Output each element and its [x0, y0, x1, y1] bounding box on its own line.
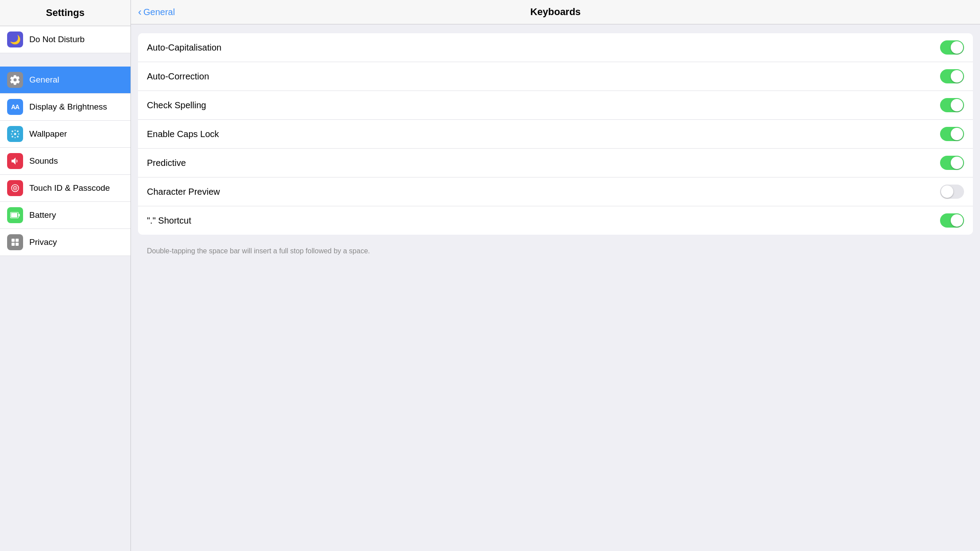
svg-point-0	[14, 133, 16, 135]
svg-rect-14	[16, 239, 19, 242]
touch-id-label: Touch ID & Passcode	[29, 183, 110, 193]
toggle-row-character-preview[interactable]: Character Preview	[138, 177, 973, 206]
back-chevron-icon: ‹	[138, 7, 142, 17]
battery-label: Battery	[29, 210, 56, 220]
settings-header: Settings	[0, 0, 130, 26]
back-button[interactable]: ‹ General	[138, 7, 175, 17]
back-label: General	[143, 7, 175, 17]
toggle-row-period-shortcut[interactable]: "." Shortcut	[138, 206, 973, 235]
privacy-label: Privacy	[29, 237, 57, 247]
character-preview-toggle[interactable]	[940, 185, 964, 199]
enable-caps-lock-toggle-knob	[951, 128, 963, 140]
svg-point-2	[17, 130, 19, 132]
toggle-row-enable-caps-lock[interactable]: Enable Caps Lock	[138, 120, 973, 149]
touch-id-icon	[7, 180, 23, 196]
svg-point-1	[12, 130, 13, 132]
svg-rect-11	[19, 214, 20, 216]
character-preview-label: Character Preview	[147, 187, 220, 197]
toggle-row-check-spelling[interactable]: Check Spelling	[138, 91, 973, 120]
auto-correction-label: Auto-Correction	[147, 71, 209, 82]
detail-content: Auto-CapitalisationAuto-CorrectionCheck …	[131, 24, 980, 551]
predictive-label: Predictive	[147, 158, 186, 168]
display-icon: AA	[7, 99, 23, 115]
svg-point-9	[15, 188, 16, 189]
period-shortcut-toggle-knob	[951, 214, 963, 227]
detail-panel: ‹ General Keyboards Auto-CapitalisationA…	[131, 0, 980, 551]
check-spelling-toggle-knob	[951, 99, 963, 111]
sounds-icon	[7, 153, 23, 169]
enable-caps-lock-label: Enable Caps Lock	[147, 129, 219, 139]
sidebar-item-general[interactable]: General	[0, 67, 130, 94]
auto-capitalisation-label: Auto-Capitalisation	[147, 43, 221, 53]
character-preview-toggle-knob	[941, 185, 953, 198]
toggle-row-auto-correction[interactable]: Auto-Correction	[138, 62, 973, 91]
display-label: Display & Brightness	[29, 102, 107, 112]
svg-rect-16	[16, 243, 19, 246]
period-shortcut-footnote: Double-tapping the space bar will insert…	[138, 242, 973, 263]
detail-title: Keyboards	[140, 6, 971, 18]
svg-point-4	[17, 136, 19, 138]
sidebar-item-privacy[interactable]: Privacy	[0, 229, 130, 256]
wallpaper-icon	[7, 126, 23, 142]
auto-capitalisation-toggle-knob	[951, 41, 963, 54]
wallpaper-label: Wallpaper	[29, 129, 67, 139]
sidebar-item-battery[interactable]: Battery	[0, 202, 130, 229]
privacy-icon	[7, 234, 23, 250]
auto-correction-toggle-knob	[951, 70, 963, 83]
do-not-disturb-icon: 🌙	[7, 31, 23, 47]
svg-rect-13	[12, 239, 15, 242]
sounds-label: Sounds	[29, 156, 58, 166]
toggle-row-predictive[interactable]: Predictive	[138, 149, 973, 177]
sidebar-item-touch-id[interactable]: Touch ID & Passcode	[0, 175, 130, 202]
svg-rect-12	[11, 213, 17, 217]
check-spelling-label: Check Spelling	[147, 100, 206, 110]
toggles-card: Auto-CapitalisationAuto-CorrectionCheck …	[138, 33, 973, 235]
enable-caps-lock-toggle[interactable]	[940, 127, 964, 141]
detail-header: ‹ General Keyboards	[131, 0, 980, 24]
sidebar-item-do-not-disturb[interactable]: 🌙Do Not Disturb	[0, 26, 130, 53]
settings-title: Settings	[9, 7, 122, 19]
general-icon	[7, 72, 23, 88]
auto-capitalisation-toggle[interactable]	[940, 40, 964, 55]
toggle-row-auto-capitalisation[interactable]: Auto-Capitalisation	[138, 33, 973, 62]
auto-correction-toggle[interactable]	[940, 69, 964, 83]
sidebar-item-sounds[interactable]: Sounds	[0, 148, 130, 175]
period-shortcut-label: "." Shortcut	[147, 216, 191, 226]
check-spelling-toggle[interactable]	[940, 98, 964, 112]
battery-icon	[7, 207, 23, 223]
svg-point-3	[12, 136, 13, 138]
general-label: General	[29, 75, 59, 85]
section-spacer	[0, 53, 130, 67]
settings-sidebar: Settings 🌙Do Not DisturbGeneralAADisplay…	[0, 0, 131, 551]
svg-rect-15	[12, 243, 15, 246]
svg-point-5	[15, 130, 16, 131]
predictive-toggle-knob	[951, 157, 963, 169]
do-not-disturb-label: Do Not Disturb	[29, 35, 85, 44]
svg-point-6	[15, 137, 16, 138]
sidebar-item-display[interactable]: AADisplay & Brightness	[0, 94, 130, 121]
sidebar-item-wallpaper[interactable]: Wallpaper	[0, 121, 130, 148]
predictive-toggle[interactable]	[940, 156, 964, 170]
settings-list: 🌙Do Not DisturbGeneralAADisplay & Bright…	[0, 26, 130, 551]
svg-point-8	[18, 134, 20, 135]
svg-point-7	[11, 134, 12, 135]
period-shortcut-toggle[interactable]	[940, 213, 964, 228]
